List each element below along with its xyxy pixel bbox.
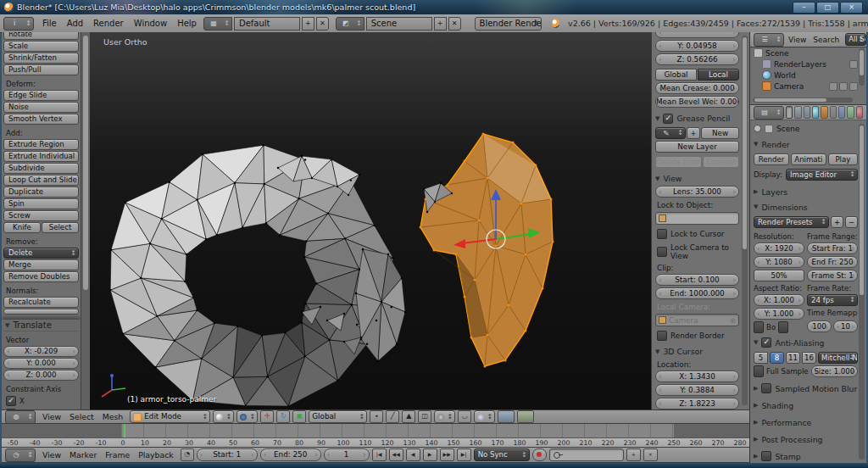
aa-samples-11[interactable]: 11 <box>786 352 800 364</box>
performance-panel-header[interactable]: Performance <box>754 416 858 428</box>
gp-convert-button[interactable]: Convert <box>703 156 739 168</box>
aa-samples-16[interactable]: 16 <box>802 352 816 364</box>
translate-z-field[interactable]: Z: 0.000 <box>3 370 79 381</box>
cursor-z-field[interactable]: Z: 1.8223 <box>655 398 739 410</box>
clip-start-field[interactable]: Start: 0.100 <box>655 274 739 286</box>
properties-scrollbar[interactable] <box>859 124 865 460</box>
selectable-arrow-icon[interactable] <box>839 82 848 91</box>
tab-modifiers-icon[interactable] <box>838 106 845 119</box>
knife-select-button[interactable]: Select <box>42 222 79 233</box>
frame-start-field[interactable]: Start Fra: 1 <box>807 242 858 254</box>
antialiasing-checkbox[interactable] <box>761 337 771 348</box>
tool-button[interactable]: Extrude Individual <box>3 151 79 162</box>
resolution-x-field[interactable]: X: 1920 <box>754 242 804 254</box>
prev-keyframe-button[interactable] <box>389 448 403 461</box>
current-frame-indicator[interactable] <box>124 424 125 437</box>
tool-button[interactable]: Merge <box>3 259 79 270</box>
clip-end-field[interactable]: End: 1000.000 <box>655 287 739 299</box>
tool-button[interactable]: Remove Doubles <box>3 271 79 282</box>
frame-end-field[interactable]: End Fr: 250 <box>807 256 858 268</box>
full-sample-checkbox[interactable] <box>754 365 764 377</box>
vertex-select-toggle[interactable]: ∙ <box>370 410 383 423</box>
editor-type-button[interactable]: ▤ <box>754 106 784 120</box>
maximize-button[interactable] <box>816 2 839 14</box>
border-checkbox[interactable] <box>754 321 764 333</box>
menu-item[interactable]: Frame <box>101 448 134 462</box>
scene-selector-icon[interactable]: ◩ <box>336 17 364 31</box>
tool-button[interactable]: Loop Cut and Slide <box>3 175 79 186</box>
gp-delete-frame-button[interactable]: Delete Frame <box>655 156 702 168</box>
tab-scene-icon[interactable] <box>804 106 810 119</box>
editor-type-button[interactable]: ◍ <box>5 410 36 424</box>
close-button[interactable] <box>840 2 863 14</box>
tool-button[interactable]: Shrink/Fatten <box>3 53 79 64</box>
render-border-checkbox[interactable] <box>657 331 667 341</box>
end-frame-field[interactable]: End: 250 <box>260 448 321 461</box>
delete-menu[interactable]: Delete <box>3 248 79 259</box>
remap-new-field[interactable]: 10 <box>833 320 858 332</box>
manipulator-scale-toggle[interactable]: ▣ <box>292 410 306 423</box>
mean-crease-field[interactable]: Mean Crease: 0.000 <box>655 82 739 94</box>
edge-select-toggle[interactable]: ╱ <box>386 410 399 423</box>
menu-item[interactable]: Window <box>129 16 172 31</box>
tab-data-icon[interactable] <box>847 106 854 119</box>
outliner-item-world[interactable]: World <box>750 70 866 81</box>
outliner-filter-select[interactable]: All Scenes <box>845 33 866 46</box>
aa-size-field[interactable]: Size: 1.000 <box>811 365 858 377</box>
add-preset-button[interactable]: + <box>831 216 843 228</box>
opengl-render-button[interactable] <box>498 410 515 423</box>
render-still-button[interactable]: Render <box>754 153 789 165</box>
clear-icon[interactable]: ⊗ <box>730 316 736 325</box>
tool-button[interactable]: Extrude Region <box>3 139 79 150</box>
play-button[interactable] <box>423 448 437 461</box>
tool-button[interactable]: Screw <box>3 210 79 221</box>
remove-preset-button[interactable]: − <box>845 216 858 228</box>
play-reverse-button[interactable] <box>406 448 420 461</box>
fps-select[interactable]: 24 fps <box>807 294 858 306</box>
cursor-y-field[interactable]: Y: 0.3884 <box>655 384 739 396</box>
clipped-tool-button[interactable] <box>3 309 79 315</box>
outliner-vscrollbar[interactable] <box>859 48 865 86</box>
menu-item[interactable]: View <box>38 448 65 462</box>
outliner-item-scene[interactable]: Scene <box>750 47 866 58</box>
aa-samples-8[interactable]: 8 <box>770 352 784 364</box>
vertex-y-field[interactable]: Y: 0.04958 <box>655 40 739 52</box>
proportional-edit-select[interactable] <box>434 410 455 423</box>
aa-filter-select[interactable]: Mitchell-Netr <box>818 352 858 364</box>
shading-panel-header[interactable]: Shading <box>754 399 858 411</box>
clipped-field[interactable] <box>655 32 739 38</box>
grease-pencil-header[interactable]: Grease Pencil <box>655 113 739 124</box>
mode-select[interactable]: Edit Mode <box>130 410 210 423</box>
editor-type-button[interactable]: ◷ <box>5 448 36 462</box>
menu-item[interactable]: Search <box>810 33 843 47</box>
opengl-render-anim-button[interactable] <box>517 410 534 423</box>
jump-to-end-button[interactable] <box>457 448 471 461</box>
axis-x-checkbox[interactable] <box>6 396 16 406</box>
tool-button[interactable]: Duplicate <box>3 187 79 198</box>
draw-mode-menu[interactable]: ✎ <box>655 127 686 139</box>
minimize-button[interactable] <box>793 2 815 14</box>
add-scene-button[interactable]: + <box>434 17 447 31</box>
screen-layout-field[interactable]: Default <box>234 17 300 31</box>
gp-new-layer-button[interactable]: New Layer <box>655 141 739 153</box>
tab-render-icon[interactable] <box>786 106 793 119</box>
aa-samples-5[interactable]: 5 <box>754 352 768 364</box>
render-engine-select[interactable]: Blender Render <box>475 17 542 31</box>
tool-button[interactable]: Rotate <box>3 32 79 40</box>
lock-to-cursor-checkbox[interactable] <box>657 229 667 239</box>
local-camera-field[interactable]: Camera⊗ <box>655 314 739 326</box>
next-keyframe-button[interactable] <box>440 448 454 461</box>
lock-camera-checkbox[interactable] <box>657 247 667 257</box>
aspect-x-field[interactable]: X: 1.000 <box>754 294 804 306</box>
face-select-toggle[interactable]: ▲ <box>402 410 415 423</box>
view-panel-header[interactable]: View <box>655 173 739 184</box>
menu-item[interactable]: Mesh <box>98 410 127 423</box>
npanel-scrollbar[interactable] <box>742 36 748 405</box>
orientation-select[interactable]: Global <box>309 410 367 423</box>
visibility-eye-icon[interactable] <box>829 82 837 91</box>
preview-range-toggle[interactable]: ◔ <box>181 448 194 461</box>
stamp-panel-header[interactable]: Stamp <box>754 450 858 462</box>
menu-item[interactable]: Add <box>62 16 88 31</box>
pin-icon[interactable] <box>753 124 763 134</box>
translate-panel-header[interactable]: Translate <box>3 320 79 332</box>
